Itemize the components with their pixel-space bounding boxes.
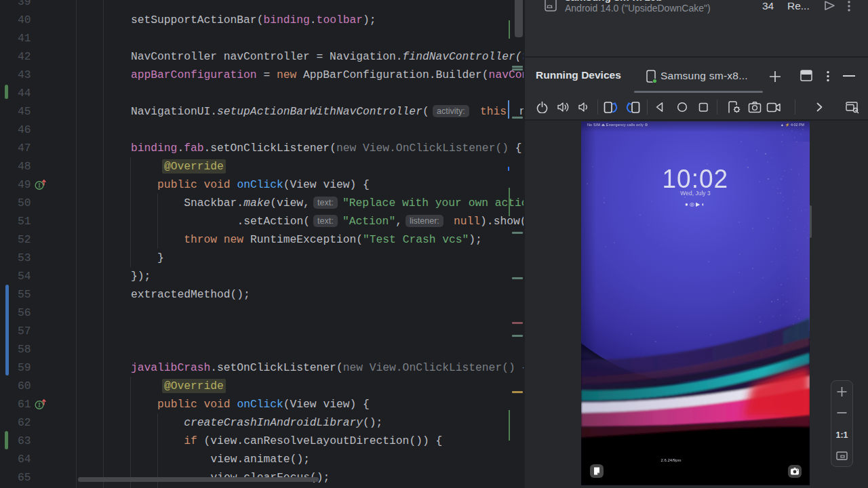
svg-text:1:1: 1:1 (835, 430, 848, 440)
